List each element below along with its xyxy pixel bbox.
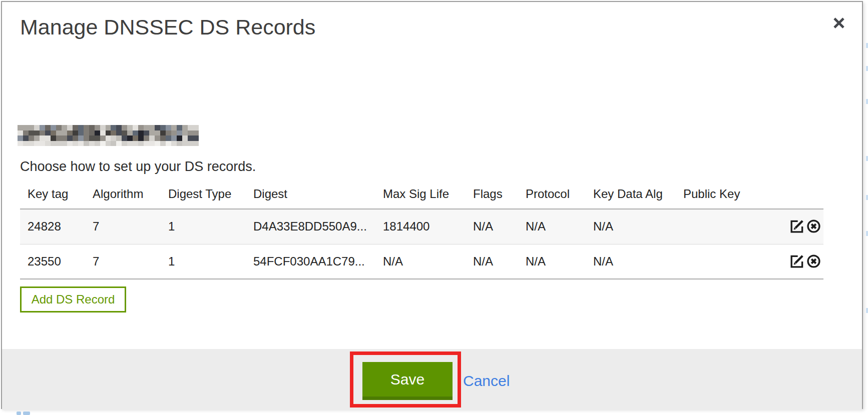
col-actions bbox=[773, 182, 823, 209]
table-row: 24828 7 1 D4A33E8DD550A9... 1814400 N/A … bbox=[20, 209, 823, 244]
add-ds-record-button[interactable]: Add DS Record bbox=[20, 286, 126, 312]
col-digest-type: Digest Type bbox=[161, 182, 246, 209]
delete-record-button[interactable] bbox=[805, 218, 821, 234]
background-page-fragment bbox=[866, 195, 868, 200]
background-page-fragment bbox=[17, 412, 21, 415]
edit-pencil-icon bbox=[789, 263, 805, 270]
col-digest: Digest bbox=[246, 182, 375, 209]
cell-digest-type: 1 bbox=[161, 209, 246, 244]
save-button[interactable]: Save bbox=[362, 362, 453, 400]
background-page-fragment bbox=[866, 308, 868, 313]
background-page-fragment bbox=[23, 412, 30, 415]
close-button[interactable] bbox=[829, 13, 849, 33]
table-header: Key tag Algorithm Digest Type Digest Max… bbox=[20, 182, 823, 209]
cell-max-sig-life: 1814400 bbox=[375, 209, 466, 244]
cancel-link[interactable]: Cancel bbox=[463, 362, 510, 400]
background-page-fragment bbox=[866, 231, 868, 236]
cell-actions bbox=[773, 209, 823, 244]
background-page-fragment bbox=[866, 66, 868, 71]
col-protocol: Protocol bbox=[518, 182, 586, 209]
cell-flags: N/A bbox=[466, 244, 518, 279]
cell-digest-type: 1 bbox=[161, 244, 246, 279]
cell-actions bbox=[773, 244, 823, 279]
edit-record-button[interactable] bbox=[789, 254, 805, 270]
cell-public-key bbox=[676, 209, 773, 244]
col-key-data-alg: Key Data Alg bbox=[586, 182, 676, 209]
instruction-text: Choose how to set up your DS records. bbox=[20, 159, 256, 174]
background-page-fragment bbox=[866, 156, 868, 161]
cell-max-sig-life: N/A bbox=[375, 244, 466, 279]
cell-digest: 54FCF030AA1C79... bbox=[246, 244, 375, 279]
table-row: 23550 7 1 54FCF030AA1C79... N/A N/A N/A … bbox=[20, 244, 823, 279]
cell-protocol: N/A bbox=[518, 244, 586, 279]
cell-flags: N/A bbox=[466, 209, 518, 244]
cell-algorithm: 7 bbox=[85, 209, 161, 244]
col-flags: Flags bbox=[466, 182, 518, 209]
col-algorithm: Algorithm bbox=[85, 182, 161, 209]
background-page-fragment bbox=[866, 99, 868, 104]
cell-key-data-alg: N/A bbox=[586, 244, 676, 279]
remove-circle-icon bbox=[806, 263, 821, 270]
col-public-key: Public Key bbox=[676, 182, 773, 209]
ds-records-table: Key tag Algorithm Digest Type Digest Max… bbox=[20, 182, 823, 280]
manage-dnssec-dialog: Manage DNSSEC DS Records Choose how to s… bbox=[1, 1, 863, 409]
cell-key-tag: 24828 bbox=[20, 209, 85, 244]
col-max-sig-life: Max Sig Life bbox=[375, 182, 466, 209]
cell-key-tag: 23550 bbox=[20, 244, 85, 279]
delete-record-button[interactable] bbox=[805, 254, 821, 270]
edit-record-button[interactable] bbox=[789, 218, 805, 234]
redacted-domain bbox=[18, 125, 199, 146]
x-icon bbox=[831, 16, 846, 30]
cell-public-key bbox=[676, 244, 773, 279]
cell-digest: D4A33E8DD550A9... bbox=[246, 209, 375, 244]
edit-pencil-icon bbox=[789, 228, 805, 236]
background-page-fragment bbox=[866, 43, 868, 48]
col-key-tag: Key tag bbox=[20, 182, 85, 209]
dialog-title: Manage DNSSEC DS Records bbox=[20, 15, 315, 40]
remove-circle-icon bbox=[806, 228, 821, 236]
cell-key-data-alg: N/A bbox=[586, 209, 676, 244]
cell-algorithm: 7 bbox=[85, 244, 161, 279]
cell-protocol: N/A bbox=[518, 209, 586, 244]
